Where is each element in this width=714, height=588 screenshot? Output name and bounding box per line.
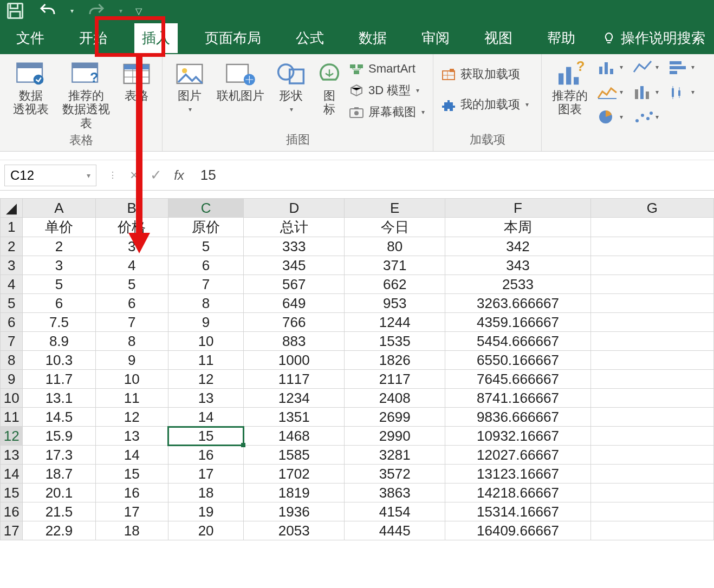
cell[interactable]: 345 bbox=[244, 256, 345, 275]
cell[interactable]: 80 bbox=[345, 237, 445, 256]
line-chart-button[interactable]: ▾ bbox=[631, 57, 661, 77]
select-all-corner[interactable]: ◢ bbox=[1, 199, 23, 218]
cell[interactable] bbox=[590, 218, 713, 237]
get-addins-button[interactable]: 获取加载项 bbox=[441, 64, 534, 84]
cell[interactable]: 2117 bbox=[345, 370, 445, 389]
cell[interactable] bbox=[590, 502, 713, 521]
cell[interactable]: 8 bbox=[95, 332, 168, 351]
cell[interactable] bbox=[590, 332, 713, 351]
cell[interactable]: 18 bbox=[168, 484, 243, 502]
pie-chart-button[interactable]: ▾ bbox=[595, 107, 625, 127]
hierarchy-chart-button[interactable]: ▾ bbox=[595, 82, 625, 102]
column-header-F[interactable]: F bbox=[445, 199, 591, 218]
cell[interactable]: 1936 bbox=[244, 502, 345, 521]
qat-customize-icon[interactable]: ▽ bbox=[135, 6, 142, 16]
tab-view[interactable]: 视图 bbox=[477, 23, 520, 53]
cell[interactable] bbox=[590, 313, 713, 332]
cell[interactable] bbox=[590, 389, 713, 408]
tab-insert[interactable]: 插入 bbox=[134, 23, 178, 53]
cell[interactable]: 953 bbox=[345, 294, 445, 313]
cell[interactable]: 价格 bbox=[95, 218, 168, 237]
cell[interactable]: 12 bbox=[95, 408, 168, 427]
cell[interactable]: 9 bbox=[168, 313, 243, 332]
cell[interactable]: 16 bbox=[168, 446, 243, 465]
row-header[interactable]: 17 bbox=[1, 521, 23, 540]
row-header[interactable]: 1 bbox=[1, 218, 23, 237]
cell[interactable]: 6 bbox=[95, 294, 168, 313]
cell[interactable]: 7 bbox=[95, 313, 168, 332]
cell[interactable]: 17 bbox=[168, 465, 243, 484]
cell[interactable] bbox=[590, 408, 713, 427]
cell[interactable]: 1244 bbox=[345, 313, 445, 332]
column-header-C[interactable]: C bbox=[168, 199, 243, 218]
tell-me-search[interactable]: 操作说明搜索 bbox=[602, 29, 705, 48]
row-header[interactable]: 9 bbox=[1, 370, 23, 389]
cell[interactable]: 2053 bbox=[244, 521, 345, 540]
cell[interactable]: 14218.66667 bbox=[445, 484, 591, 502]
row-header[interactable]: 3 bbox=[1, 256, 23, 275]
cell[interactable]: 14 bbox=[168, 408, 243, 427]
row-header[interactable]: 13 bbox=[1, 446, 23, 465]
tab-data[interactable]: 数据 bbox=[351, 23, 394, 53]
cell[interactable]: 13 bbox=[168, 389, 243, 408]
cell[interactable] bbox=[590, 446, 713, 465]
cancel-formula-icon[interactable]: × bbox=[130, 167, 138, 184]
cell[interactable]: 371 bbox=[345, 256, 445, 275]
my-addins-button[interactable]: 我的加载项▾ bbox=[441, 94, 534, 115]
3d-models-button[interactable]: 3D 模型▾ bbox=[349, 80, 425, 101]
stock-chart-button[interactable]: ▾ bbox=[666, 82, 697, 102]
cell[interactable] bbox=[590, 275, 713, 294]
cell[interactable]: 7.5 bbox=[23, 313, 95, 332]
cell[interactable]: 3 bbox=[95, 237, 168, 256]
cell[interactable]: 15 bbox=[95, 465, 168, 484]
row-header[interactable]: 11 bbox=[1, 408, 23, 427]
cell[interactable]: 4445 bbox=[345, 521, 445, 540]
column-chart-button[interactable]: ▾ bbox=[595, 57, 625, 77]
cell[interactable]: 10932.16667 bbox=[445, 427, 591, 446]
row-header[interactable]: 2 bbox=[1, 237, 23, 256]
cell[interactable]: 5 bbox=[23, 275, 95, 294]
column-header-B[interactable]: B bbox=[95, 199, 168, 218]
cell[interactable]: 15 bbox=[168, 427, 243, 446]
cell[interactable]: 883 bbox=[244, 332, 345, 351]
cell[interactable]: 今日 bbox=[345, 218, 445, 237]
save-icon[interactable] bbox=[5, 1, 25, 21]
row-header[interactable]: 16 bbox=[1, 502, 23, 521]
cell[interactable]: 19 bbox=[168, 502, 243, 521]
cell[interactable]: 1585 bbox=[244, 446, 345, 465]
cell[interactable]: 5 bbox=[168, 237, 243, 256]
column-header-A[interactable]: A bbox=[23, 199, 95, 218]
cell[interactable]: 8 bbox=[168, 294, 243, 313]
cell[interactable]: 12 bbox=[168, 370, 243, 389]
column-header-E[interactable]: E bbox=[345, 199, 445, 218]
name-box-dropdown-icon[interactable]: ▾ bbox=[87, 171, 90, 180]
cell[interactable]: 总计 bbox=[244, 218, 345, 237]
cell[interactable]: 1117 bbox=[244, 370, 345, 389]
cell[interactable]: 13 bbox=[95, 427, 168, 446]
cell[interactable]: 10 bbox=[168, 332, 243, 351]
row-header[interactable]: 14 bbox=[1, 465, 23, 484]
cell[interactable]: 12027.66667 bbox=[445, 446, 591, 465]
cell[interactable]: 2990 bbox=[345, 427, 445, 446]
cell[interactable]: 766 bbox=[244, 313, 345, 332]
cell[interactable]: 21.5 bbox=[23, 502, 95, 521]
row-header[interactable]: 12 bbox=[1, 427, 23, 446]
cell[interactable]: 9836.666667 bbox=[445, 408, 591, 427]
scatter-chart-button[interactable]: ▾ bbox=[631, 107, 661, 127]
pivot-table-button[interactable]: 数据 透视表 bbox=[8, 57, 54, 116]
cell[interactable]: 18 bbox=[95, 521, 168, 540]
cell[interactable]: 本周 bbox=[445, 218, 591, 237]
column-header-D[interactable]: D bbox=[244, 199, 345, 218]
cell[interactable] bbox=[590, 256, 713, 275]
table-button[interactable]: 表格 bbox=[119, 57, 154, 102]
cell[interactable]: 1535 bbox=[345, 332, 445, 351]
pictures-button[interactable]: 图片 ▾ bbox=[170, 57, 209, 113]
cell[interactable]: 15314.16667 bbox=[445, 502, 591, 521]
row-header[interactable]: 6 bbox=[1, 313, 23, 332]
screenshot-button[interactable]: 屏幕截图▾ bbox=[349, 102, 425, 122]
cell[interactable]: 10.3 bbox=[23, 351, 95, 370]
row-header[interactable]: 7 bbox=[1, 332, 23, 351]
undo-icon[interactable] bbox=[38, 1, 57, 21]
cell[interactable]: 1826 bbox=[345, 351, 445, 370]
cell[interactable]: 1351 bbox=[244, 408, 345, 427]
